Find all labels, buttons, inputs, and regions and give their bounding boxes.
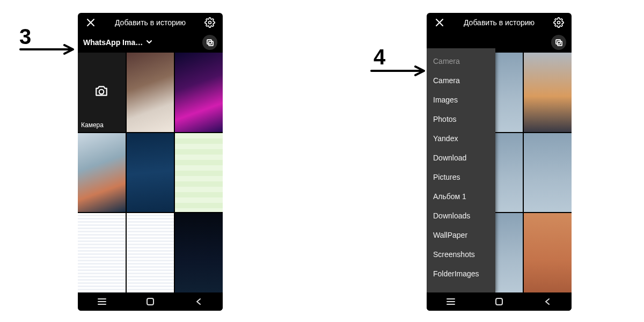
nav-recent-button[interactable] [440, 298, 462, 305]
settings-button[interactable] [552, 16, 565, 29]
photo-thumbnail[interactable] [127, 53, 174, 132]
folder-item[interactable]: Yandex [427, 129, 495, 148]
android-navbar [78, 292, 223, 311]
photo-thumbnail[interactable] [175, 53, 223, 132]
folder-item[interactable]: Images [427, 90, 495, 109]
android-navbar [427, 292, 572, 311]
camera-tile-label: Камера [81, 121, 104, 129]
camera-icon [94, 84, 108, 100]
folder-item[interactable]: FolderImages [427, 264, 495, 283]
camera-tile[interactable]: Камера [78, 53, 126, 132]
folder-item[interactable]: Downloads [427, 206, 495, 225]
nav-home-button[interactable] [488, 297, 510, 306]
photo-thumbnail[interactable] [78, 213, 126, 292]
photo-thumbnail[interactable] [175, 133, 223, 213]
folder-item[interactable]: Screenshots [427, 245, 495, 264]
svg-rect-11 [147, 298, 153, 305]
photo-grid: Камера [78, 53, 223, 292]
multi-select-button[interactable] [202, 35, 217, 50]
phone-story-picker: Добавить в историю WhatsApp Ima… Камера [78, 13, 223, 311]
topbar: Добавить в историю [427, 13, 572, 32]
annotation-arrow-4 [370, 65, 426, 78]
svg-point-7 [99, 90, 104, 94]
nav-home-button[interactable] [140, 297, 161, 306]
nav-recent-button[interactable] [91, 298, 113, 305]
svg-point-4 [209, 21, 211, 24]
folder-item[interactable]: Альбом 1 [427, 187, 495, 206]
folder-item[interactable]: Download [427, 148, 495, 167]
nav-back-button[interactable] [188, 298, 209, 305]
photo-thumbnail[interactable] [127, 133, 174, 213]
multi-select-button[interactable] [551, 35, 566, 50]
close-button[interactable] [433, 16, 446, 29]
svg-point-14 [558, 21, 560, 24]
folder-item[interactable]: Photos [427, 109, 495, 129]
photo-thumbnail[interactable] [524, 213, 572, 292]
page-title: Добавить в историю [447, 18, 551, 27]
photo-thumbnail[interactable] [127, 213, 174, 292]
phone-folder-dropdown: Добавить в историю Camera Camera Images … [427, 13, 572, 311]
photo-thumbnail[interactable] [175, 213, 223, 292]
photo-thumbnail[interactable] [78, 133, 126, 213]
close-button[interactable] [84, 16, 97, 29]
annotation-arrow-3 [19, 44, 75, 57]
photo-thumbnail[interactable] [524, 53, 572, 132]
folder-item[interactable]: Pictures [427, 167, 495, 187]
settings-button[interactable] [203, 16, 216, 29]
page-title: Добавить в историю [98, 18, 202, 27]
album-selector[interactable]: WhatsApp Ima… [83, 38, 143, 47]
folder-item[interactable]: Camera [427, 52, 495, 71]
folder-item[interactable]: WallPaper [427, 225, 495, 245]
folder-dropdown: Camera Camera Images Photos Yandex Downl… [427, 48, 495, 292]
svg-rect-20 [496, 298, 502, 305]
topbar: Добавить в историю [78, 13, 223, 32]
nav-back-button[interactable] [537, 298, 558, 305]
chevron-down-icon[interactable] [146, 38, 152, 47]
folder-item[interactable]: Camera [427, 71, 495, 90]
album-selector-bar: WhatsApp Ima… [78, 32, 223, 53]
photo-thumbnail[interactable] [524, 133, 572, 213]
